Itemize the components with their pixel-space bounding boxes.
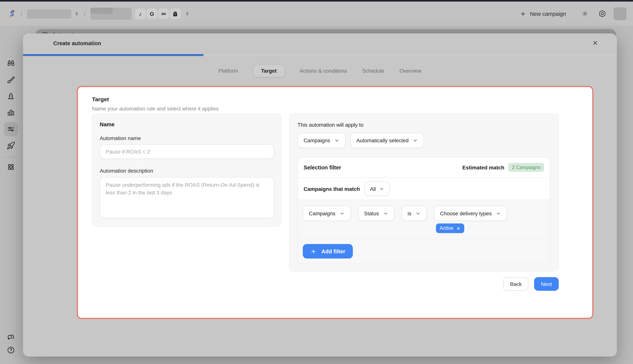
hexagon-settings-icon[interactable]: [598, 10, 606, 18]
window-top-strip: [0, 0, 633, 2]
step-tabs: Platform Target Actions & conditions Sch…: [23, 64, 617, 78]
shopify-icon[interactable]: s: [170, 8, 181, 19]
platform-chips: ♪ G ∞ s: [135, 8, 181, 19]
active-chip-label: Active: [440, 226, 453, 231]
target-panel-highlighted: Target Name your automation rule and sel…: [77, 86, 593, 319]
match-row-label: Campaigns that match: [303, 186, 360, 192]
progress-fill: [23, 54, 203, 56]
name-card-heading: Name: [100, 122, 274, 128]
svg-text:s: s: [175, 12, 176, 15]
match-operator-value: All: [370, 186, 376, 192]
automation-description-label: Automation description: [100, 168, 274, 174]
filter-value-select[interactable]: Choose delivery types: [434, 206, 507, 221]
paintbrush-icon[interactable]: [7, 75, 15, 84]
meta-icon[interactable]: ∞: [158, 8, 169, 19]
breadcrumb-separator: /: [21, 10, 22, 17]
sidebar-divider: [4, 157, 18, 157]
avatar[interactable]: [613, 7, 626, 20]
app-root: / / ♪ G ∞ s New campaig: [0, 0, 633, 364]
add-filter-label: Add filter: [322, 248, 345, 254]
active-value-chip[interactable]: Active: [436, 224, 464, 233]
estimated-match-badge: 2 Campaigns: [508, 163, 544, 172]
tiktok-icon[interactable]: ♪: [135, 8, 146, 19]
automation-description-input[interactable]: [100, 177, 274, 218]
match-operator-select[interactable]: All: [365, 182, 390, 196]
progress-track: [23, 54, 617, 56]
app-logo: [9, 9, 16, 18]
filter-field-select[interactable]: Status: [358, 206, 394, 221]
tab-overview[interactable]: Overview: [399, 64, 422, 77]
sun-icon[interactable]: [581, 10, 589, 18]
filter-value-placeholder: Choose delivery types: [440, 210, 492, 216]
rocket-icon[interactable]: [7, 141, 15, 150]
estimated-match-label: Estimated match: [462, 164, 504, 170]
apply-title: This automation will apply to: [297, 122, 550, 128]
automation-name-label: Automation name: [100, 135, 274, 141]
chevron-down-icon: [413, 138, 418, 143]
chevron-down-icon: [383, 211, 388, 216]
chat-icon[interactable]: [7, 332, 15, 341]
plus-icon: [310, 248, 316, 254]
tab-platform[interactable]: Platform: [218, 64, 239, 77]
workspace-switcher-icon[interactable]: [74, 11, 79, 16]
filter-field-value: Status: [364, 210, 379, 216]
new-campaign-label: New campaign: [530, 11, 566, 17]
google-icon[interactable]: G: [146, 8, 157, 19]
selection-filter-card: Selection filter Estimated match 2 Campa…: [297, 157, 550, 264]
filter-entity-value: Campaigns: [309, 210, 335, 216]
chevron-down-icon: [496, 211, 501, 216]
chevron-down-icon: [379, 186, 384, 192]
platform-switcher-icon[interactable]: [185, 11, 190, 16]
help-icon[interactable]: [7, 346, 15, 354]
filter-entity-select[interactable]: Campaigns: [303, 206, 351, 221]
atom-icon[interactable]: [7, 162, 15, 172]
mode-select[interactable]: Automatically selected: [350, 133, 424, 148]
chevron-down-icon: [334, 138, 340, 143]
add-filter-button[interactable]: Add filter: [303, 244, 353, 258]
bar-chart-icon[interactable]: [7, 108, 15, 117]
sliders-icon[interactable]: [7, 125, 15, 133]
sidebar: [0, 26, 22, 364]
chevron-down-icon: [415, 211, 421, 216]
apply-card: This automation will apply to Campaigns …: [289, 113, 559, 272]
footer-buttons: Back Next: [289, 277, 559, 291]
new-campaign-button[interactable]: New campaign: [520, 11, 566, 17]
breadcrumb-separator-2: /: [84, 10, 85, 17]
modal-title: Create automation: [53, 40, 101, 46]
app-header: / / ♪ G ∞ s New campaig: [0, 2, 633, 26]
entity-select[interactable]: Campaigns: [297, 133, 345, 148]
next-button[interactable]: Next: [534, 277, 559, 291]
filter-operator-value: is: [408, 210, 411, 216]
close-icon[interactable]: [592, 40, 598, 46]
automation-name-input[interactable]: [100, 144, 274, 159]
tab-actions-conditions[interactable]: Actions & conditions: [299, 64, 348, 77]
entity-select-value: Campaigns: [303, 138, 330, 144]
remove-icon[interactable]: [456, 226, 461, 230]
back-button[interactable]: Back: [503, 277, 529, 291]
binoculars-icon[interactable]: [7, 59, 15, 67]
target-heading: Target: [92, 96, 109, 102]
workspace-name-redacted[interactable]: [27, 9, 71, 18]
target-subheading: Name your automation rule and select whe…: [92, 106, 219, 112]
tab-target[interactable]: Target: [253, 64, 285, 78]
plus-icon: [520, 11, 526, 17]
name-card: Name Automation name Automation descript…: [92, 114, 282, 226]
chevron-down-icon: [340, 211, 345, 216]
mode-select-value: Automatically selected: [357, 138, 409, 144]
tab-schedule[interactable]: Schedule: [362, 64, 385, 77]
account-name-redacted[interactable]: [90, 8, 132, 20]
create-automation-modal: Create automation Platform Target Action…: [23, 34, 617, 356]
filter-operator-select[interactable]: is: [402, 206, 427, 221]
rocket-badge-icon[interactable]: [7, 92, 15, 101]
selection-filter-title: Selection filter: [303, 164, 341, 170]
